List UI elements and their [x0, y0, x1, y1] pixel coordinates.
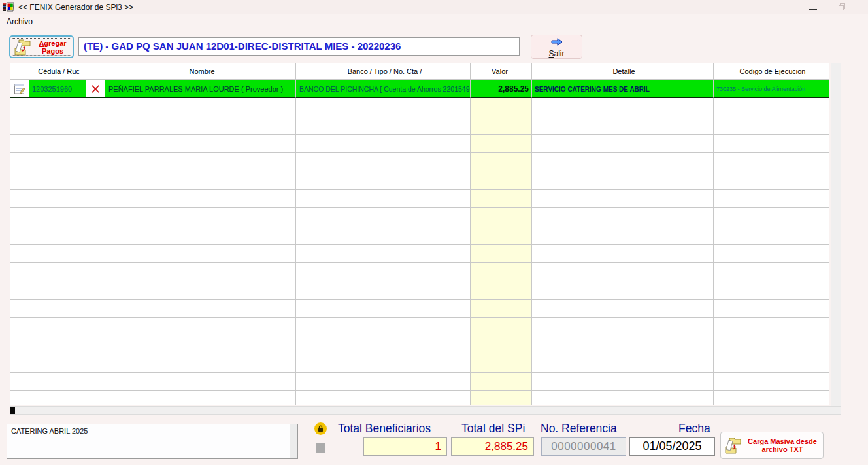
empty-cell-cedula	[29, 135, 86, 153]
empty-cell-del	[86, 98, 105, 116]
empty-cell-cedula	[29, 116, 86, 135]
cell-cedula[interactable]: 1203251960	[29, 80, 86, 98]
spi-title-field[interactable]: (TE) - GAD PQ SAN JUAN 12D01-DIREC-DISTR…	[78, 37, 520, 56]
empty-cell-icon	[10, 226, 29, 245]
empty-cell-detalle	[532, 116, 714, 135]
empty-cell-detalle	[532, 318, 714, 336]
empty-cell-nombre	[105, 98, 296, 116]
empty-cell-nombre	[105, 171, 296, 190]
edit-row-icon[interactable]	[10, 80, 29, 98]
payment-row[interactable]: 1203251960PEÑAFIEL PARRALES MARIA LOURDE…	[10, 80, 829, 98]
empty-cell-valor	[471, 245, 532, 263]
delete-row-icon[interactable]	[86, 80, 105, 98]
empty-cell-valor	[471, 190, 532, 208]
empty-cell-icon	[10, 116, 29, 135]
empty-cell-codigo	[714, 208, 829, 226]
cell-valor[interactable]: 2,885.25	[471, 80, 532, 98]
empty-cell-cedula	[29, 153, 86, 171]
col-header-detalle: Detalle	[532, 63, 714, 80]
empty-cell-codigo	[714, 171, 829, 190]
exit-arrow-icon	[550, 38, 563, 46]
status-square	[316, 443, 326, 453]
empty-cell-codigo	[714, 190, 829, 208]
empty-cell-detalle	[532, 336, 714, 354]
empty-cell-nombre	[105, 135, 296, 153]
empty-cell-banco	[296, 354, 471, 373]
agregar-pagos-button[interactable]: Agregar Pagos	[9, 35, 74, 58]
description-input[interactable]: CATERING ABRIL 2025	[7, 424, 298, 459]
empty-cell-nombre	[105, 263, 296, 281]
menu-archivo[interactable]: Archivo	[7, 17, 33, 26]
hscroll-thumb[interactable]	[10, 407, 15, 414]
empty-cell-icon	[10, 281, 29, 300]
grid-horizontal-scrollbar[interactable]	[10, 406, 841, 415]
empty-cell-icon	[10, 171, 29, 190]
grid-vertical-scrollbar[interactable]	[831, 63, 841, 406]
empty-row	[10, 153, 829, 171]
empty-cell-del	[86, 226, 105, 245]
empty-cell-detalle	[532, 171, 714, 190]
empty-cell-del	[86, 281, 105, 300]
restore-button[interactable]	[839, 3, 846, 10]
minimize-button[interactable]	[809, 9, 817, 10]
empty-cell-nombre	[105, 300, 296, 318]
salir-button[interactable]: Salir	[531, 35, 582, 59]
cell-nombre[interactable]: PEÑAFIEL PARRALES MARIA LOURDE ( Proveed…	[105, 80, 296, 98]
empty-cell-del	[86, 171, 105, 190]
empty-cell-detalle	[532, 300, 714, 318]
empty-cell-banco	[296, 116, 471, 135]
empty-cell-banco	[296, 171, 471, 190]
empty-cell-banco	[296, 245, 471, 263]
empty-cell-icon	[10, 373, 29, 391]
salir-label: Salir	[531, 49, 582, 58]
empty-cell-cedula	[29, 98, 86, 116]
empty-cell-codigo	[714, 98, 829, 116]
empty-row	[10, 190, 829, 208]
empty-cell-banco	[296, 318, 471, 336]
empty-cell-banco	[296, 226, 471, 245]
total-beneficiarios-value: 1	[363, 437, 447, 456]
empty-cell-icon	[10, 354, 29, 373]
empty-cell-detalle	[532, 391, 714, 405]
empty-row	[10, 336, 829, 354]
empty-cell-detalle	[532, 373, 714, 391]
empty-cell-nombre	[105, 245, 296, 263]
empty-cell-nombre	[105, 116, 296, 135]
window-title: << FENIX Generador de SPi3 >>	[18, 3, 133, 12]
carga-masiva-button[interactable]: Carga Masiva desde archivo TXT	[720, 432, 824, 459]
col-header-banco: Banco / Tipo / No. Cta /	[296, 63, 471, 80]
cell-banco[interactable]: BANCO DEL PICHINCHA [ Cuenta de Ahorros …	[296, 80, 471, 98]
empty-cell-del	[86, 391, 105, 405]
fecha-input[interactable]: 01/05/2025	[629, 437, 715, 456]
empty-cell-cedula	[29, 300, 86, 318]
empty-cell-detalle	[532, 153, 714, 171]
empty-cell-codigo	[714, 318, 829, 336]
cell-detalle[interactable]: SERVICIO CATERING MES DE ABRIL	[532, 80, 714, 98]
empty-row	[10, 373, 829, 391]
empty-row	[10, 208, 829, 226]
empty-cell-valor	[471, 373, 532, 391]
empty-cell-banco	[296, 391, 471, 405]
empty-cell-icon	[10, 135, 29, 153]
empty-cell-codigo	[714, 263, 829, 281]
empty-cell-banco	[296, 263, 471, 281]
empty-cell-del	[86, 373, 105, 391]
empty-cell-icon	[10, 208, 29, 226]
empty-row	[10, 391, 829, 405]
cell-codigo[interactable]: 730235 - Servicio de Alimentación	[714, 80, 829, 98]
total-beneficiarios-label: Total Beneficiarios	[338, 422, 431, 436]
col-header-icon	[10, 63, 29, 80]
empty-cell-nombre	[105, 190, 296, 208]
empty-cell-detalle	[532, 281, 714, 300]
empty-cell-nombre	[105, 318, 296, 336]
empty-cell-cedula	[29, 208, 86, 226]
empty-cell-banco	[296, 336, 471, 354]
empty-cell-banco	[296, 300, 471, 318]
lock-icon[interactable]	[314, 422, 327, 435]
title-bar: << FENIX Generador de SPi3 >>	[0, 0, 868, 14]
empty-cell-cedula	[29, 245, 86, 263]
empty-cell-icon	[10, 391, 29, 405]
empty-row	[10, 171, 829, 190]
empty-row	[10, 135, 829, 153]
description-scrollbar[interactable]	[290, 424, 297, 458]
